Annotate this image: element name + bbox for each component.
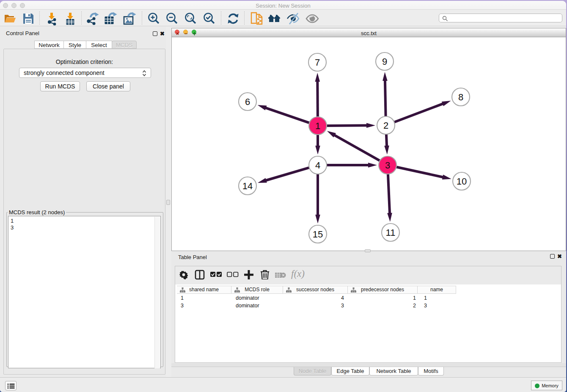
svg-text:3: 3 bbox=[385, 160, 390, 171]
svg-text:11: 11 bbox=[386, 227, 396, 238]
svg-text:9: 9 bbox=[382, 56, 387, 67]
svg-text:15: 15 bbox=[313, 229, 323, 240]
svg-text:7: 7 bbox=[315, 57, 320, 68]
svg-text:10: 10 bbox=[457, 176, 467, 187]
svg-text:6: 6 bbox=[245, 97, 250, 107]
svg-text:4: 4 bbox=[315, 160, 320, 171]
svg-text:2: 2 bbox=[383, 120, 388, 131]
svg-text:14: 14 bbox=[242, 181, 253, 191]
svg-text:8: 8 bbox=[458, 92, 463, 102]
svg-text:1: 1 bbox=[315, 121, 320, 131]
